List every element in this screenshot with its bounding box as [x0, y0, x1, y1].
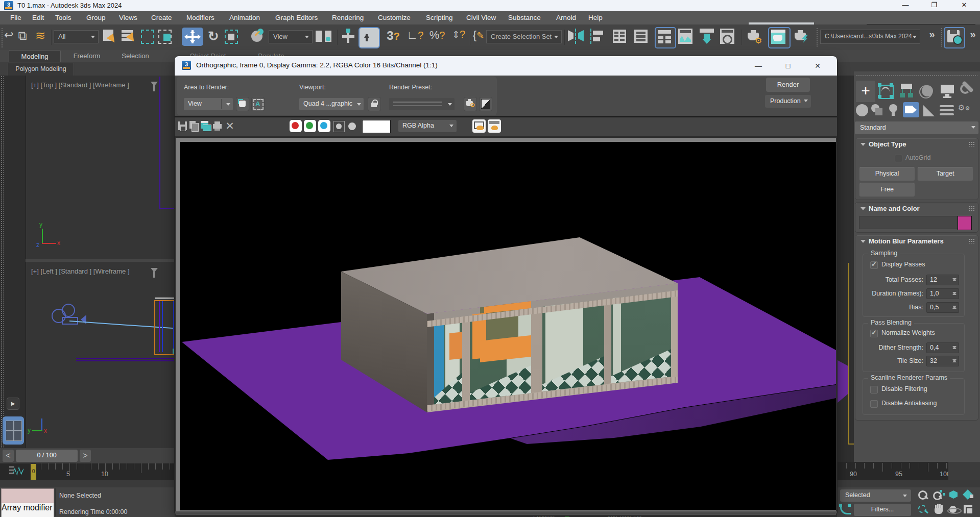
clone-window-icon[interactable]	[200, 120, 210, 132]
gamma-icon[interactable]	[479, 97, 492, 111]
object-color-swatch[interactable]	[958, 216, 972, 230]
copy-image-icon[interactable]	[189, 120, 199, 132]
trackbar-filter-icon[interactable]	[839, 504, 852, 516]
rectangular-selection-region-icon[interactable]	[140, 29, 155, 46]
previous-frame-button[interactable]: <	[3, 450, 14, 462]
ribbon-expand-button[interactable]: ▶	[7, 398, 19, 410]
select-and-rotate-icon[interactable]: ↻	[205, 29, 222, 46]
menu-civil-view[interactable]: Civil View	[466, 11, 496, 24]
menu-views[interactable]: Views	[119, 11, 137, 24]
menu-modifiers[interactable]: Modifiers	[186, 11, 214, 24]
zoom-icon[interactable]	[917, 489, 929, 502]
total-passes-field[interactable]: 12	[926, 275, 959, 285]
app-maximize-button[interactable]: ❐	[923, 0, 945, 11]
material-editor-icon[interactable]	[699, 29, 716, 46]
toolbar-overflow-left[interactable]: »	[923, 29, 940, 46]
snap-3d-icon[interactable]	[340, 29, 356, 46]
ribbon-tab-freeform[interactable]: Freeform	[66, 50, 107, 62]
rollout-name-color[interactable]: Name and Color	[855, 202, 978, 233]
lock-viewport-icon[interactable]	[368, 97, 381, 111]
track-bar-left[interactable]: 5 10 0	[0, 463, 176, 480]
menu-rendering[interactable]: Rendering	[332, 11, 364, 24]
ribbon-tab-modeling[interactable]: Modeling	[9, 50, 61, 63]
zoom-region-icon[interactable]	[963, 489, 975, 502]
viewport-dropdown[interactable]: Quad 4 ...graphic	[299, 98, 364, 110]
panel-drag-handle[interactable]	[856, 75, 977, 77]
schematic-view-icon[interactable]	[677, 29, 696, 46]
duration-field[interactable]: 1,0	[926, 288, 959, 299]
viewport-top-filter-icon[interactable]	[151, 82, 158, 90]
monochrome-button[interactable]	[348, 122, 356, 130]
display-passes-checkbox[interactable]	[870, 261, 878, 269]
normalize-weights-checkbox[interactable]	[870, 330, 878, 337]
next-frame-button[interactable]: >	[80, 450, 91, 462]
dither-strength-field[interactable]: 0,4	[926, 342, 959, 353]
save-image-icon[interactable]	[178, 120, 188, 132]
rollout-object-type[interactable]: Object Type AutoGrid Physical Target Fre…	[855, 138, 978, 200]
app-minimize-button[interactable]: —	[894, 0, 917, 11]
project-folder-dropdown[interactable]: C:\Users\carol...s\3ds Max 2024	[820, 30, 920, 44]
viewport-layout-tab-button[interactable]	[3, 416, 24, 445]
named-selection-sets-icon[interactable]: {✎	[472, 29, 485, 46]
pivot-center-icon[interactable]	[250, 29, 267, 46]
viewport-left-label[interactable]: [+] [Left ] [Standard ] [Wireframe ]	[31, 267, 130, 275]
zoom-extents-icon[interactable]	[947, 489, 960, 502]
use-pivot-point-icon[interactable]	[316, 29, 334, 46]
viewport-left[interactable]: [+] [Left ] [Standard ] [Wireframe ] y x	[26, 262, 176, 448]
tile-size-field[interactable]: 32	[926, 356, 959, 366]
toolbar-drag-handle[interactable]	[1, 28, 4, 48]
red-channel-button[interactable]	[290, 120, 302, 132]
menu-arnold[interactable]: Arnold	[556, 11, 576, 24]
bias-field[interactable]: 0,5	[926, 302, 959, 313]
render-button[interactable]: Render	[766, 78, 810, 92]
select-by-name-icon[interactable]	[121, 29, 137, 46]
ribbon-tab-selection[interactable]: Selection	[116, 50, 154, 62]
zoom-region-mode-icon[interactable]	[917, 504, 929, 516]
tab-utilities-icon[interactable]	[959, 83, 977, 100]
curve-editor-icon[interactable]	[655, 27, 676, 48]
menu-file[interactable]: File	[10, 11, 21, 24]
autogrid-checkbox[interactable]	[895, 155, 902, 162]
category-systems-icon[interactable]: ⚙⚙	[958, 103, 973, 117]
menu-tools[interactable]: Tools	[55, 11, 71, 24]
app-close-button[interactable]: ✕	[953, 0, 975, 11]
render-presets-teapot-icon[interactable]: ⚙	[746, 29, 765, 46]
current-frame-field[interactable]: 0 / 100	[16, 450, 78, 462]
clear-image-icon[interactable]: ✕	[225, 120, 235, 132]
snap-percent-icon[interactable]: ∟?	[405, 29, 425, 46]
menu-edit[interactable]: Edit	[32, 11, 44, 24]
layer-overlay-icon[interactable]	[472, 119, 486, 133]
render-preset-dropdown[interactable]	[389, 98, 455, 110]
bind-to-space-warp-icon[interactable]: ≋	[32, 29, 49, 46]
show-curves-icon[interactable]	[9, 465, 23, 478]
window-crossing-icon[interactable]	[157, 29, 174, 46]
mini-listener-pink[interactable]	[1, 488, 54, 503]
menu-group[interactable]: Group	[86, 11, 106, 24]
object-name-field[interactable]	[859, 216, 958, 229]
align-icon[interactable]	[588, 29, 606, 46]
auto-region-icon[interactable]: A	[251, 97, 265, 111]
select-and-move-button[interactable]	[182, 28, 203, 46]
menu-graph-editors[interactable]: Graph Editors	[275, 11, 318, 24]
angle-snap-icon[interactable]: 3?	[383, 29, 403, 46]
object-category-dropdown[interactable]: Standard	[855, 121, 978, 134]
category-cameras-icon[interactable]	[903, 102, 919, 117]
color-correction-icon[interactable]	[488, 119, 501, 133]
select-and-link-icon[interactable]: ⧉	[14, 29, 31, 46]
render-window-titlebar[interactable]: 3 Orthographic, frame 0, Display Gamma: …	[175, 56, 837, 76]
green-channel-button[interactable]	[304, 120, 316, 132]
undo-icon[interactable]: ↩	[4, 29, 11, 46]
filters-button[interactable]: Filters...	[854, 504, 911, 516]
select-object-icon[interactable]	[102, 29, 117, 46]
reference-coordinate-system-dropdown[interactable]: View	[269, 30, 313, 43]
menu-scripting[interactable]: Scripting	[426, 11, 453, 24]
zoom-all-icon[interactable]	[933, 489, 945, 502]
target-button[interactable]: Target	[917, 167, 973, 181]
percent-snap-icon[interactable]: %?	[427, 29, 447, 46]
render-window-maximize[interactable]: □	[780, 60, 796, 71]
selection-lock-dropdown[interactable]: Selected	[840, 489, 911, 502]
autosave-icon[interactable]	[944, 27, 965, 48]
render-production-teapot-icon[interactable]	[793, 29, 812, 46]
viewport-left-filter-icon[interactable]	[151, 268, 158, 276]
render-window-close[interactable]: ✕	[810, 60, 825, 71]
